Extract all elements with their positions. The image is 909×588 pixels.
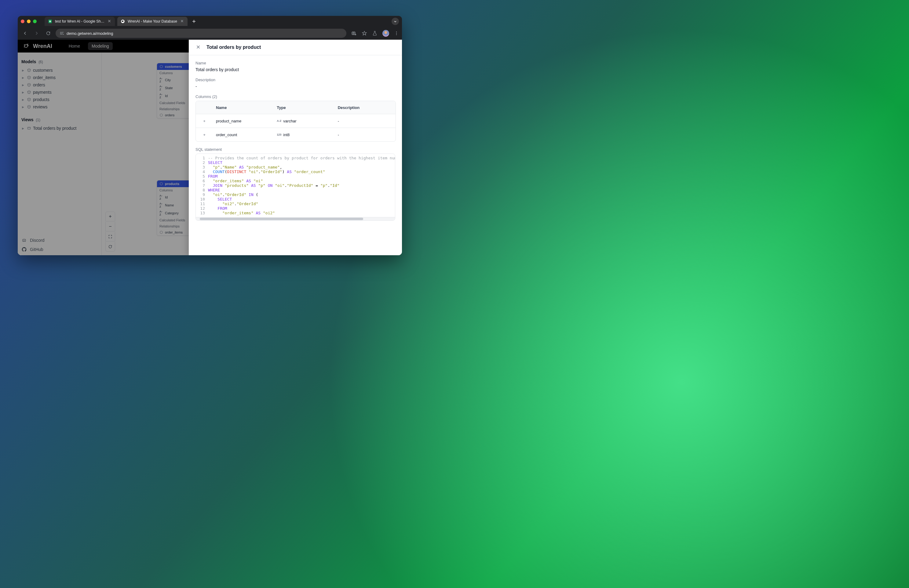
tabstrip-right [391,18,399,25]
sheets-icon [48,19,53,24]
profile-avatar[interactable] [382,30,389,37]
table-header: Name Type Description [196,101,396,114]
type-icon: A-Z [277,120,281,123]
type-icon: 123 [277,133,281,136]
browser-window: test for Wren AI - Google Sheets WrenAI … [18,16,402,255]
svg-point-12 [396,33,397,34]
sql-line: 4 COUNT(DISTINCT "oi"."OrderId") AS "ord… [196,170,395,174]
site-settings-icon[interactable] [59,31,64,36]
svg-point-7 [63,34,64,35]
bookmark-icon[interactable] [362,31,367,36]
zoom-window-button[interactable] [33,19,37,23]
sql-label: SQL statement [196,147,395,152]
reload-button[interactable] [44,29,53,37]
col-name: order_count [213,132,274,137]
table-row: + product_name A-Zvarchar - [196,114,396,128]
sql-line: 5FROM [196,174,395,179]
sql-line: 3 "p"."Name" AS "product_name", [196,165,395,170]
tab-strip: test for Wren AI - Google Sheets WrenAI … [18,16,402,27]
drawer-title: Total orders by product [207,45,261,50]
sql-editor[interactable]: 1-- Provides the count of orders by prod… [196,153,395,221]
url-text: demo.getwren.ai/modeling [66,31,113,36]
col-desc: - [335,132,396,137]
svg-point-9 [353,33,354,34]
drawer-body: Name Total orders by product Description… [189,55,402,255]
columns-label: Columns (2) [196,94,395,99]
labs-icon[interactable] [372,31,377,36]
close-icon[interactable] [108,19,112,24]
view-details-drawer: Total orders by product Name Total order… [189,40,402,255]
tabs-overflow-button[interactable] [391,18,399,25]
tab-label: test for Wren AI - Google Sheets [55,19,105,24]
forward-button[interactable] [32,29,41,37]
svg-point-10 [355,34,356,35]
expand-button[interactable]: + [202,118,207,124]
columns-table: Name Type Description + product_name A-Z… [196,101,396,142]
drawer-header: Total orders by product [189,40,402,55]
kebab-menu-icon[interactable] [394,31,399,36]
sql-line: 11 "oi2"."OrderId" [196,202,395,206]
col-type: A-Zvarchar [274,119,335,123]
expand-button[interactable]: + [202,132,207,137]
drawer-close-button[interactable] [196,44,202,50]
tab-google-sheets[interactable]: test for Wren AI - Google Sheets [45,17,115,26]
toolbar-icons [351,30,399,37]
svg-rect-3 [50,21,50,22]
sql-line: 7 JOIN "products" AS "p" ON "oi"."Produc… [196,183,395,188]
svg-point-11 [396,31,397,32]
new-tab-button[interactable] [190,18,198,25]
lens-icon[interactable] [351,31,357,36]
back-button[interactable] [21,29,29,37]
close-window-button[interactable] [21,19,24,23]
table-row: + order_count 123int8 - [196,128,396,141]
name-label: Name [196,61,395,65]
sql-line: 2SELECT [196,160,395,165]
col-desc: - [335,119,396,123]
sql-line: 1-- Provides the count of orders by prod… [196,156,395,160]
svg-rect-8 [352,32,355,35]
browser-toolbar: demo.getwren.ai/modeling [18,27,402,40]
col-type: 123int8 [274,132,335,137]
sql-line: 6 "order_items" AS "oi" [196,179,395,183]
sql-line: 10 SELECT [196,197,395,202]
sql-line: 13 "order_items" AS "oi2" [196,211,395,215]
description-label: Description [196,78,395,82]
svg-point-13 [396,34,397,35]
name-value: Total orders by product [196,67,395,72]
scrollbar-thumb[interactable] [200,218,363,220]
description-value: - [196,84,395,89]
sql-line: 12 FROM [196,206,395,211]
sql-line: 9 "oi"."OrderId" IN ( [196,192,395,197]
close-icon[interactable] [180,19,184,24]
window-controls [21,19,37,23]
address-bar[interactable]: demo.getwren.ai/modeling [56,29,346,38]
tab-wrenai[interactable]: WrenAI - Make Your Database [117,17,188,26]
tab-label: WrenAI - Make Your Database [128,19,178,24]
sql-line: 8WHERE [196,188,395,192]
svg-point-6 [62,33,63,34]
minimize-window-button[interactable] [27,19,31,23]
svg-point-5 [63,32,63,33]
wren-icon [120,19,125,24]
sql-horizontal-scrollbar[interactable] [196,217,395,220]
col-name: product_name [213,119,274,123]
app-viewport: WrenAI Home Modeling E-commerce Models (… [18,40,402,255]
